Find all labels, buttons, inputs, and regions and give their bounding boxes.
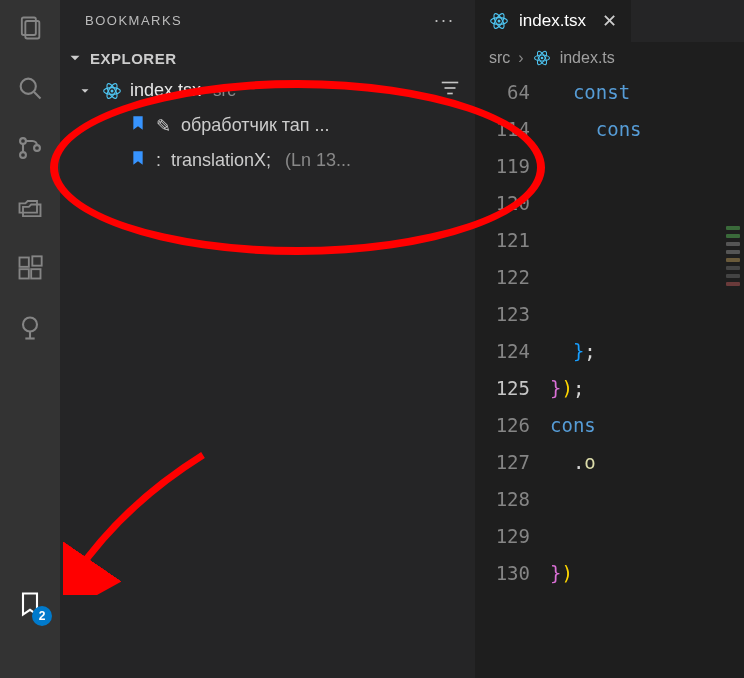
breadcrumb[interactable]: src › index.ts xyxy=(475,42,744,74)
line-number: 123 xyxy=(475,296,530,333)
line-number: 125 xyxy=(475,370,530,407)
bookmarks-sidebar: BOOKMARKS ··· EXPLORER index.tsx src ✎ xyxy=(60,0,475,678)
code-line xyxy=(550,222,744,259)
folders-icon[interactable] xyxy=(14,192,46,224)
bookmark-icon xyxy=(130,148,146,173)
code-content[interactable]: const cons };}); cons .o}) xyxy=(550,74,744,678)
code-line: }); xyxy=(550,370,744,407)
bookmark-decor: ✎ xyxy=(156,115,171,137)
line-number: 128 xyxy=(475,481,530,518)
line-number: 114 xyxy=(475,111,530,148)
sidebar-title: BOOKMARKS xyxy=(85,13,182,28)
chevron-down-icon xyxy=(78,84,94,98)
explorer-section-header[interactable]: EXPLORER xyxy=(60,43,475,73)
svg-point-11 xyxy=(23,318,37,332)
breadcrumb-file: index.ts xyxy=(560,49,615,67)
explorer-icon[interactable] xyxy=(14,12,46,44)
code-line: cons xyxy=(550,111,744,148)
line-gutter: 6411411912012112212312412512612712812913… xyxy=(475,74,550,678)
editor-pane: index.tsx ✕ src › index.ts 6411411912012… xyxy=(475,0,744,678)
bookmarks-badge: 2 xyxy=(32,606,52,626)
bookmark-decor: : xyxy=(156,150,161,171)
react-file-icon xyxy=(102,81,122,101)
extensions-icon[interactable] xyxy=(14,252,46,284)
svg-point-22 xyxy=(498,20,501,23)
svg-point-15 xyxy=(111,89,114,92)
react-file-icon xyxy=(532,48,552,68)
bookmark-line: (Ln 13... xyxy=(285,150,351,171)
code-line: .o xyxy=(550,444,744,481)
svg-line-3 xyxy=(34,92,40,98)
code-line xyxy=(550,518,744,555)
activity-bar: 2 xyxy=(0,0,60,678)
line-number: 120 xyxy=(475,185,530,222)
editor-tab[interactable]: index.tsx ✕ xyxy=(475,0,632,42)
svg-point-4 xyxy=(20,138,26,144)
tree-icon[interactable] xyxy=(14,312,46,344)
bookmark-icon xyxy=(130,113,146,138)
filter-icon[interactable] xyxy=(439,77,461,104)
bookmarks-file-row[interactable]: index.tsx src xyxy=(60,73,475,108)
code-line: cons xyxy=(550,407,744,444)
svg-rect-7 xyxy=(20,258,29,267)
code-line: }) xyxy=(550,555,744,592)
code-line xyxy=(550,296,744,333)
search-icon[interactable] xyxy=(14,72,46,104)
line-number: 127 xyxy=(475,444,530,481)
line-number: 64 xyxy=(475,74,530,111)
breadcrumb-folder: src xyxy=(489,49,510,67)
line-number: 122 xyxy=(475,259,530,296)
code-line xyxy=(550,481,744,518)
line-number: 129 xyxy=(475,518,530,555)
svg-point-26 xyxy=(540,57,543,60)
editor-tabbar: index.tsx ✕ xyxy=(475,0,744,42)
file-name: index.tsx xyxy=(130,80,201,101)
svg-rect-9 xyxy=(31,269,40,278)
svg-point-6 xyxy=(34,145,40,151)
svg-point-5 xyxy=(20,152,26,158)
react-file-icon xyxy=(489,11,509,31)
bookmark-text: translationX; xyxy=(171,150,271,171)
line-number: 119 xyxy=(475,148,530,185)
svg-rect-10 xyxy=(32,256,41,265)
line-number: 121 xyxy=(475,222,530,259)
chevron-right-icon: › xyxy=(518,49,523,67)
code-line xyxy=(550,185,744,222)
line-number: 130 xyxy=(475,555,530,592)
sidebar-more-icon[interactable]: ··· xyxy=(434,10,455,31)
code-line: const xyxy=(550,74,744,111)
file-dir: src xyxy=(213,81,236,101)
code-line xyxy=(550,259,744,296)
tab-label: index.tsx xyxy=(519,11,586,31)
bookmark-item[interactable]: ✎ обработчик тап ... xyxy=(60,108,475,143)
bookmark-item[interactable]: : translationX; (Ln 13... xyxy=(60,143,475,178)
svg-rect-8 xyxy=(20,269,29,278)
svg-point-2 xyxy=(21,79,36,94)
close-icon[interactable]: ✕ xyxy=(602,10,617,32)
explorer-section-label: EXPLORER xyxy=(90,50,177,67)
source-control-icon[interactable] xyxy=(14,132,46,164)
line-number: 124 xyxy=(475,333,530,370)
code-line: }; xyxy=(550,333,744,370)
bookmark-text: обработчик тап ... xyxy=(181,115,330,136)
bookmarks-activity-icon[interactable]: 2 xyxy=(14,588,46,620)
minimap[interactable] xyxy=(722,222,744,402)
code-line xyxy=(550,148,744,185)
line-number: 126 xyxy=(475,407,530,444)
